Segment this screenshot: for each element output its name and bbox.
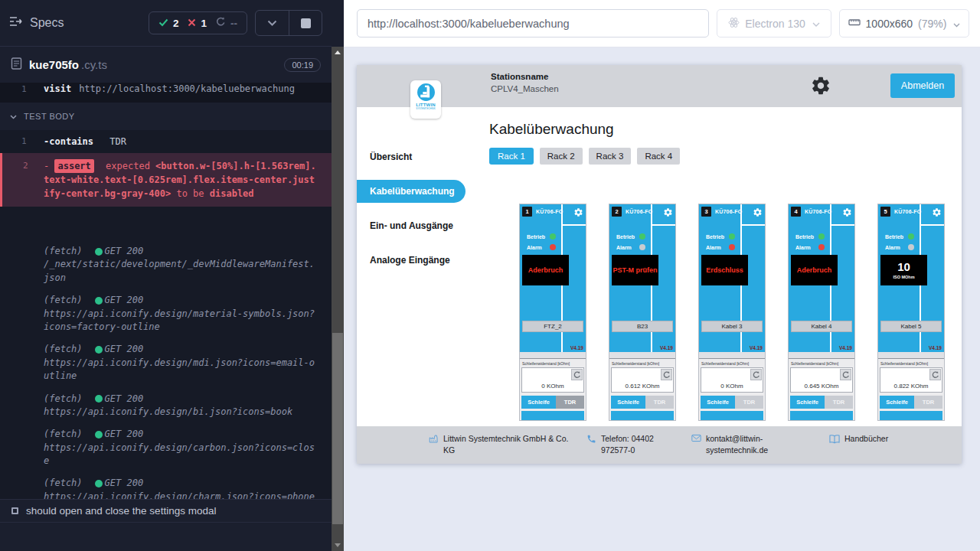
rack-tab-4[interactable]: Rack 4: [637, 148, 680, 165]
nav-item-analoge-eingänge[interactable]: Analoge Eingänge: [357, 243, 473, 277]
logout-button[interactable]: Abmelden: [890, 73, 955, 98]
refresh-button[interactable]: [661, 369, 672, 380]
card-gear-icon[interactable]: [753, 207, 763, 217]
alarm-led-label: Alarm: [795, 245, 816, 250]
fetch-log-entry[interactable]: (fetch)GET 200https://api.iconify.design…: [0, 472, 332, 499]
module-divider-line: [740, 224, 765, 226]
station-label: Stationsname: [491, 72, 559, 81]
rack-tab-3[interactable]: Rack 3: [589, 148, 632, 165]
specs-menu[interactable]: Specs: [9, 16, 64, 30]
fetch-url: /_next/static/development/_devMiddleware…: [44, 258, 319, 285]
alarm-led-label: Alarm: [616, 245, 637, 250]
nav-item-übersicht[interactable]: Übersicht: [357, 139, 473, 174]
footer-mail-item: kontakt@littwin-systemtechnik.de: [691, 433, 805, 456]
device-card: 1KÜ706-FOBetriebAlarmAderbruchFTZ_2V4.19…: [519, 204, 586, 421]
specs-label: Specs: [30, 16, 64, 30]
scroll-down-arrow-icon[interactable]: [335, 543, 341, 547]
contains-command-row[interactable]: 1 -contains TDR: [0, 130, 332, 153]
stop-button[interactable]: [289, 11, 322, 35]
resistance-value: 0.645 KOhm: [791, 383, 852, 390]
fetch-entry-head: (fetch)GET 200: [44, 428, 319, 441]
fetch-log-entry[interactable]: (fetch)GET 200https://api.iconify.design…: [0, 289, 332, 338]
rack-tabs: Rack 1Rack 2Rack 3Rack 4: [489, 148, 962, 165]
nav-item-kabelüberwachung[interactable]: Kabelüberwachung: [357, 180, 466, 203]
card-firmware-version: V4.19: [839, 345, 852, 350]
loop-resistance-panel: Schleifenwiderstand [kOhm]0.612 KOhmSchl…: [609, 358, 675, 420]
alarm-led: [729, 244, 735, 250]
module-divider-line: [830, 224, 854, 226]
pending-test-row[interactable]: should open and close the settings modal: [0, 499, 332, 523]
collapse-button[interactable]: [256, 11, 289, 35]
betrieb-led-label: Betrieb: [795, 234, 816, 240]
fetch-url: https://api.iconify.design/material-symb…: [44, 308, 319, 334]
tdr-button[interactable]: TDR: [735, 396, 763, 409]
loop-resistance-label: Schleifenwiderstand [kOhm]: [521, 360, 584, 367]
schleife-button[interactable]: Schleife: [790, 396, 825, 409]
schleife-button[interactable]: Schleife: [521, 396, 556, 409]
card-gear-icon[interactable]: [842, 207, 852, 217]
footer-phone-text: Telefon: 04402 972577-0: [601, 433, 678, 456]
url-input[interactable]: [368, 18, 698, 30]
fetch-entry-head: (fetch)GET 200: [44, 393, 319, 406]
viewport-select[interactable]: 1000x660 (79%): [839, 9, 969, 37]
tdr-button[interactable]: TDR: [914, 396, 942, 409]
card-model-label: KÜ706-FO: [894, 209, 921, 214]
schleife-button[interactable]: Schleife: [701, 396, 735, 409]
spec-name: kue705fo: [29, 58, 79, 71]
betrieb-led: [908, 233, 914, 240]
card-display: Aderbruch: [791, 255, 838, 285]
spec-header[interactable]: kue705fo .cy.ts 00:19: [0, 47, 332, 83]
scrollbar-track[interactable]: [332, 47, 344, 551]
fetch-label: (fetch): [44, 245, 83, 258]
test-body-header[interactable]: TEST BODY: [0, 103, 332, 130]
assert-error-row[interactable]: 2 - assert expected <button.w-[50%].h-[1…: [0, 153, 332, 207]
fetch-status: GET 200: [105, 245, 144, 258]
card-gear-icon[interactable]: [663, 207, 673, 217]
scroll-up-arrow-icon[interactable]: [335, 51, 341, 54]
display-alarm-text: PST-M prüfen: [613, 266, 658, 274]
refresh-button[interactable]: [929, 369, 941, 380]
refresh-button[interactable]: [571, 369, 583, 380]
browser-select[interactable]: Electron 130: [717, 9, 831, 37]
fetch-log-entry[interactable]: (fetch)GET 200https://api.iconify.design…: [0, 338, 332, 387]
tdr-button[interactable]: TDR: [645, 396, 674, 409]
card-buttons: SchleifeTDR: [611, 396, 674, 409]
success-dot-icon: [95, 297, 103, 305]
tdr-button[interactable]: TDR: [556, 396, 584, 409]
scrollbar-thumb[interactable]: [332, 333, 343, 524]
card-cable-label: B23: [612, 321, 673, 332]
schleife-button[interactable]: Schleife: [880, 396, 914, 409]
visit-command-row[interactable]: 1 visithttp://localhost:3000/kabelueberw…: [0, 83, 332, 103]
card-gear-icon[interactable]: [932, 207, 942, 217]
status-leds: BetriebAlarm: [527, 233, 556, 255]
fetch-log-entry[interactable]: (fetch)GET 200https://api.iconify.design…: [0, 388, 332, 424]
rack-tab-1[interactable]: Rack 1: [489, 148, 534, 165]
resistance-value: 0.822 KOhm: [880, 383, 942, 390]
resistance-value-box: 0.645 KOhm: [790, 367, 853, 393]
card-display: 10ISO MOhm: [880, 255, 927, 285]
tdr-button[interactable]: TDR: [825, 396, 853, 409]
card-cable-label: Kabel 3: [701, 321, 763, 332]
footer-factory-item: Littwin Systemtechnik GmbH & Co. KG: [429, 433, 575, 456]
refresh-button[interactable]: [750, 369, 762, 380]
nav-item-ein-und-ausgänge[interactable]: Ein- und Ausgänge: [357, 208, 473, 243]
success-dot-icon: [95, 346, 103, 354]
card-gear-icon[interactable]: [573, 207, 583, 217]
rack-tab-2[interactable]: Rack 2: [540, 148, 583, 165]
reporter-scrollbar[interactable]: [332, 0, 344, 551]
refresh-button[interactable]: [840, 369, 851, 380]
footer-book-item[interactable]: Handbücher: [829, 433, 936, 447]
status-leds: BetriebAlarm: [885, 233, 914, 255]
spec-duration: 00:19: [284, 58, 321, 72]
passed-stat: 2: [158, 18, 179, 29]
fetch-log-entry[interactable]: (fetch)GET 200/_next/static/development/…: [0, 240, 332, 289]
betrieb-led: [639, 233, 645, 240]
betrieb-led-label: Betrieb: [616, 234, 637, 240]
schleife-button[interactable]: Schleife: [611, 396, 645, 409]
device-cards: 1KÜ706-FOBetriebAlarmAderbruchFTZ_2V4.19…: [519, 204, 945, 421]
fetch-log-entry[interactable]: (fetch)GET 200https://api.iconify.design…: [0, 423, 332, 472]
settings-gear-icon[interactable]: [810, 75, 831, 96]
card-firmware-version: V4.19: [750, 345, 763, 350]
betrieb-led-row: Betrieb: [795, 233, 825, 240]
alarm-led: [908, 244, 914, 250]
